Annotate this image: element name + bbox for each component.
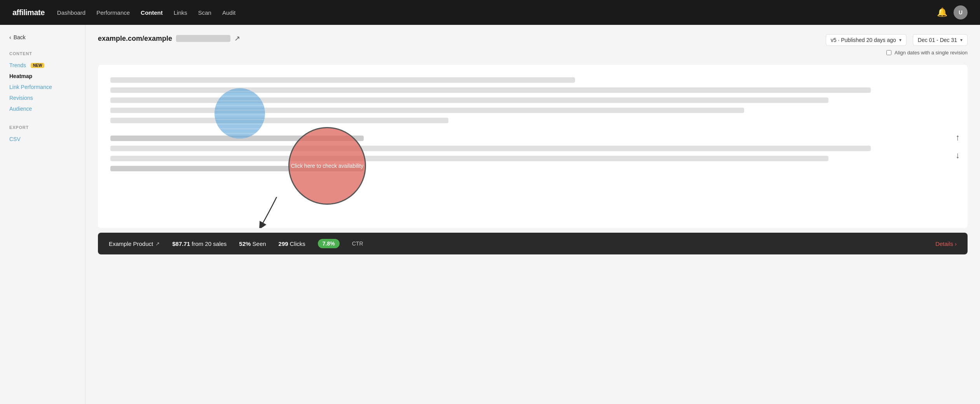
tooltip-product: Example Product ↗ bbox=[109, 240, 160, 247]
tooltip-seen-label-text: Seen bbox=[253, 240, 266, 247]
content-lines-middle bbox=[110, 136, 955, 171]
navbar-right: 🔔 U bbox=[937, 5, 968, 19]
page-url-text: example.com/example bbox=[98, 35, 172, 43]
tooltip-revenue: $87.71 from 20 sales bbox=[172, 240, 227, 247]
url-blurred-part bbox=[176, 35, 230, 42]
blue-stripes-decoration bbox=[214, 88, 265, 139]
tooltip-product-name: Example Product bbox=[109, 240, 153, 247]
heatmap-bubble-blue bbox=[214, 88, 265, 139]
main-content: example.com/example ↗ v5 · Published 20 … bbox=[85, 25, 980, 404]
nav-audit[interactable]: Audit bbox=[222, 9, 235, 16]
heatmap-container: Click here to check availability ↑ ↓ bbox=[98, 65, 968, 228]
sidebar-item-csv[interactable]: CSV bbox=[9, 134, 76, 145]
tooltip-external-icon[interactable]: ↗ bbox=[155, 241, 160, 247]
tooltip-bar: Example Product ↗ $87.71 from 20 sales 5… bbox=[98, 233, 968, 254]
revision-text: v5 · Published 20 days ago bbox=[831, 37, 896, 43]
export-section: EXPORT CSV bbox=[9, 125, 76, 145]
align-dates-row[interactable]: Align dates with a single revision bbox=[886, 50, 968, 56]
red-bubble-label: Click here to check availability bbox=[291, 163, 364, 169]
back-chevron-icon: ‹ bbox=[9, 34, 11, 40]
arrow-decoration bbox=[246, 197, 308, 228]
tooltip-ctr-label: CTR bbox=[352, 240, 363, 247]
sidebar-item-revisions[interactable]: Revisions bbox=[9, 92, 76, 103]
sidebar-item-link-performance[interactable]: Link Performance bbox=[9, 82, 76, 92]
user-avatar[interactable]: U bbox=[954, 5, 968, 19]
scroll-arrows: ↑ ↓ bbox=[954, 131, 961, 162]
sidebar-item-audience[interactable]: Audience bbox=[9, 103, 76, 114]
revision-row: v5 · Published 20 days ago ▾ Dec 01 - De… bbox=[826, 34, 968, 46]
page-url-area: example.com/example ↗ bbox=[98, 34, 240, 43]
sidebar: ‹ Back CONTENT Trends NEW Heatmap Link P… bbox=[0, 25, 85, 404]
content-line bbox=[110, 146, 871, 151]
tooltip-ctr-badge: 7.8% bbox=[318, 239, 340, 248]
tooltip-clicks-label-text: Clicks bbox=[290, 240, 305, 247]
tooltip-revenue-value: $87.71 bbox=[172, 240, 190, 247]
content-section: CONTENT Trends NEW Heatmap Link Performa… bbox=[9, 51, 76, 114]
revision-selector[interactable]: v5 · Published 20 days ago ▾ bbox=[826, 34, 907, 46]
revisions-label: Revisions bbox=[9, 95, 33, 101]
tooltip-seen: 52% Seen bbox=[239, 240, 266, 247]
heatmap-bubble-red[interactable]: Click here to check availability bbox=[288, 127, 366, 205]
date-range-selector[interactable]: Dec 01 - Dec 31 ▾ bbox=[913, 34, 968, 46]
content-section-label: CONTENT bbox=[9, 51, 76, 56]
link-performance-label: Link Performance bbox=[9, 84, 52, 90]
nav-links: Dashboard Performance Content Links Scan… bbox=[57, 9, 924, 16]
back-link[interactable]: ‹ Back bbox=[9, 34, 76, 40]
nav-performance[interactable]: Performance bbox=[96, 9, 130, 16]
align-dates-checkbox[interactable] bbox=[886, 50, 891, 55]
tooltip-clicks: 299 Clicks bbox=[279, 240, 305, 247]
main-layout: ‹ Back CONTENT Trends NEW Heatmap Link P… bbox=[0, 25, 980, 404]
scroll-down-button[interactable]: ↓ bbox=[954, 149, 961, 162]
trends-label: Trends bbox=[9, 62, 26, 68]
content-line bbox=[110, 156, 828, 161]
new-badge: NEW bbox=[31, 63, 44, 68]
sidebar-item-trends[interactable]: Trends NEW bbox=[9, 60, 76, 71]
top-bar: example.com/example ↗ v5 · Published 20 … bbox=[98, 34, 968, 56]
audience-label: Audience bbox=[9, 106, 32, 112]
content-line bbox=[110, 77, 575, 83]
scroll-up-button[interactable]: ↑ bbox=[954, 131, 961, 144]
tooltip-details-label: Details bbox=[935, 240, 953, 247]
export-section-label: EXPORT bbox=[9, 125, 76, 130]
url-external-link-icon[interactable]: ↗ bbox=[234, 34, 240, 43]
content-line bbox=[110, 108, 744, 113]
date-range-text: Dec 01 - Dec 31 bbox=[918, 37, 957, 43]
tooltip-details-link[interactable]: Details › bbox=[935, 240, 957, 247]
nav-links-item[interactable]: Links bbox=[174, 9, 187, 16]
content-line bbox=[110, 87, 871, 93]
revision-chevron-icon: ▾ bbox=[899, 37, 902, 43]
nav-dashboard[interactable]: Dashboard bbox=[57, 9, 85, 16]
heatmap-label: Heatmap bbox=[9, 73, 32, 79]
tooltip-details-arrow-icon: › bbox=[955, 240, 957, 247]
nav-scan[interactable]: Scan bbox=[198, 9, 211, 16]
align-dates-label: Align dates with a single revision bbox=[895, 50, 968, 56]
back-label: Back bbox=[14, 34, 26, 40]
csv-label: CSV bbox=[9, 136, 21, 142]
tooltip-seen-value: 52% bbox=[239, 240, 251, 247]
date-chevron-icon: ▾ bbox=[960, 37, 963, 43]
tooltip-revenue-label-text: from 20 sales bbox=[192, 240, 227, 247]
tooltip-clicks-value: 299 bbox=[279, 240, 288, 247]
sidebar-item-heatmap[interactable]: Heatmap bbox=[9, 71, 76, 82]
top-controls: v5 · Published 20 days ago ▾ Dec 01 - De… bbox=[826, 34, 968, 56]
logo: affilimate bbox=[12, 8, 45, 17]
nav-content[interactable]: Content bbox=[141, 9, 163, 16]
content-line bbox=[110, 118, 448, 123]
notification-bell-icon[interactable]: 🔔 bbox=[937, 7, 947, 17]
navbar: affilimate Dashboard Performance Content… bbox=[0, 0, 980, 25]
